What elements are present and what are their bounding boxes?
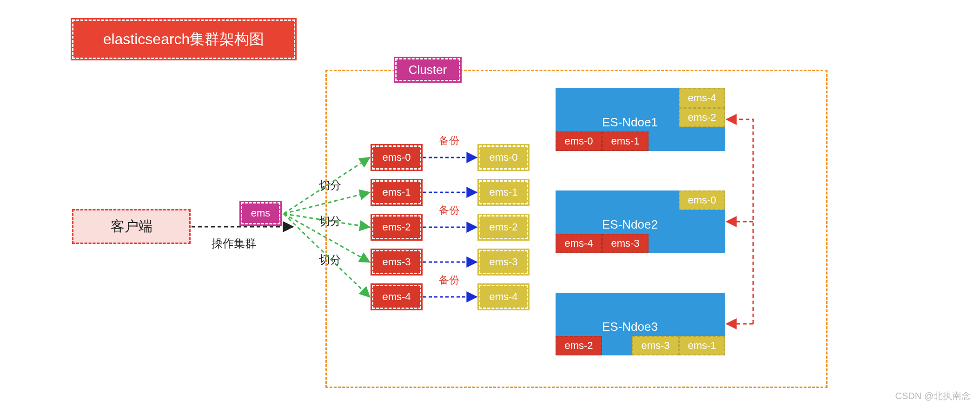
node-1-primary-1: ems-1 bbox=[602, 131, 649, 151]
node-2-replica-0: ems-0 bbox=[679, 190, 725, 210]
primary-shard-4: ems-4 bbox=[372, 285, 421, 309]
ems-index-box: ems bbox=[241, 202, 280, 224]
replica-shard-3: ems-3 bbox=[479, 250, 528, 274]
node-1-replica-1: ems-2 bbox=[679, 108, 725, 127]
node-3-primary-0: ems-2 bbox=[556, 336, 602, 355]
primary-shard-2: ems-2 bbox=[372, 215, 421, 239]
node-2-primary-1: ems-3 bbox=[602, 234, 649, 253]
primary-shard-1: ems-1 bbox=[372, 180, 421, 204]
primary-shard-3: ems-3 bbox=[372, 250, 421, 274]
node-3: ES-Ndoe3 ems-2 ems-3 ems-1 bbox=[556, 293, 725, 355]
replica-shard-4: ems-4 bbox=[479, 285, 528, 309]
backup-label-4: 备份 bbox=[439, 273, 459, 287]
replica-shard-1: ems-1 bbox=[479, 180, 528, 204]
node-2-title: ES-Ndoe2 bbox=[602, 217, 658, 232]
replica-shard-0: ems-0 bbox=[479, 145, 528, 170]
node-2: ES-Ndoe2 ems-0 ems-4 ems-3 bbox=[556, 190, 725, 253]
primary-shard-0: ems-0 bbox=[372, 145, 421, 170]
operate-cluster-label: 操作集群 bbox=[212, 236, 256, 251]
node-1-replica-0: ems-4 bbox=[679, 88, 725, 108]
cluster-label: Cluster bbox=[395, 58, 460, 81]
backup-label-0: 备份 bbox=[439, 134, 459, 148]
node-3-replica-0: ems-3 bbox=[632, 336, 679, 355]
diagram-root: elasticsearch集群架构图 客户端 ems 操作集群 切分 切分 切分… bbox=[0, 0, 980, 407]
replica-shard-2: ems-2 bbox=[479, 215, 528, 239]
client-box: 客户端 bbox=[72, 209, 191, 244]
node-1-primary-0: ems-0 bbox=[556, 131, 602, 151]
node-2-primary-0: ems-4 bbox=[556, 234, 602, 253]
node-3-replica-1: ems-1 bbox=[679, 336, 725, 355]
diagram-title: elasticsearch集群架构图 bbox=[72, 20, 295, 59]
node-3-title: ES-Ndoe3 bbox=[602, 320, 658, 334]
node-1: ES-Ndoe1 ems-0 ems-1 ems-4 ems-2 bbox=[556, 88, 725, 151]
watermark: CSDN @北执南念 bbox=[895, 390, 971, 402]
backup-label-2: 备份 bbox=[439, 204, 459, 217]
node-1-title: ES-Ndoe1 bbox=[602, 115, 658, 130]
